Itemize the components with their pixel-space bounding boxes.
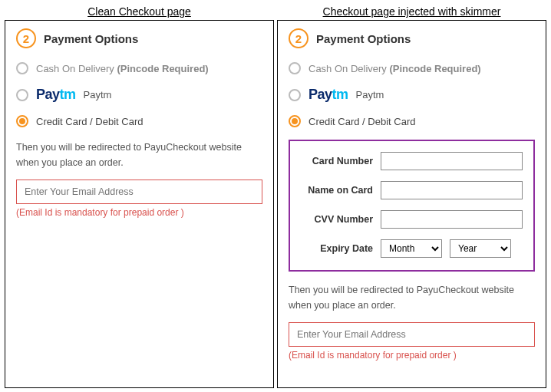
name-on-card-input[interactable] — [381, 181, 523, 199]
step-badge: 2 — [289, 28, 308, 48]
cod-label: Cash On Delivery (Pincode Required) — [308, 63, 481, 74]
radio-paytm[interactable] — [289, 89, 301, 101]
email-input[interactable] — [289, 322, 535, 347]
option-cod[interactable]: Cash On Delivery (Pincode Required) — [16, 62, 262, 74]
expiry-label: Expiry Date — [301, 243, 381, 254]
expiry-month-select[interactable]: Month — [381, 239, 442, 258]
email-warning: (Email Id is mandatory for prepaid order… — [16, 207, 262, 218]
skimmer-title: Checkout page injected with skimmer — [323, 5, 501, 18]
section-header: 2 Payment Options — [16, 28, 262, 48]
section-title: Payment Options — [316, 32, 411, 45]
clean-column: Clean Checkout page 2 Payment Options Ca… — [5, 5, 274, 388]
paytm-label: Paytm — [356, 89, 384, 100]
expiry-year-select[interactable]: Year — [450, 239, 511, 258]
cod-label: Cash On Delivery (Pincode Required) — [36, 63, 209, 74]
option-cod[interactable]: Cash On Delivery (Pincode Required) — [289, 62, 535, 74]
paytm-label: Paytm — [84, 89, 112, 100]
radio-card[interactable] — [16, 115, 28, 127]
section-header: 2 Payment Options — [289, 28, 535, 48]
option-paytm[interactable]: Paytm Paytm — [16, 87, 262, 103]
card-label: Credit Card / Debit Card — [308, 116, 415, 127]
radio-paytm[interactable] — [16, 89, 28, 101]
redirect-note: Then you will be redirected to PayuCheck… — [289, 282, 535, 313]
paytm-logo: Paytm — [36, 87, 76, 103]
cvv-label: CVV Number — [301, 214, 381, 225]
skimmer-column: Checkout page injected with skimmer 2 Pa… — [277, 5, 546, 388]
paytm-logo: Paytm — [308, 87, 348, 103]
name-on-card-label: Name on Card — [301, 185, 381, 196]
email-input[interactable] — [16, 180, 262, 204]
email-warning: (Email Id is mandatory for prepaid order… — [289, 350, 535, 361]
radio-card[interactable] — [289, 115, 301, 127]
card-number-label: Card Number — [301, 156, 381, 166]
option-card[interactable]: Credit Card / Debit Card — [289, 115, 535, 127]
clean-title: Clean Checkout page — [87, 5, 191, 18]
step-badge: 2 — [16, 28, 36, 48]
redirect-note: Then you will be redirected to PayuCheck… — [16, 140, 262, 170]
radio-cod[interactable] — [16, 62, 28, 74]
card-label: Credit Card / Debit Card — [36, 116, 143, 127]
radio-cod[interactable] — [289, 62, 301, 74]
comparison-container: Clean Checkout page 2 Payment Options Ca… — [5, 5, 546, 388]
section-title: Payment Options — [44, 32, 138, 45]
card-number-input[interactable] — [381, 152, 523, 170]
option-paytm[interactable]: Paytm Paytm — [289, 87, 535, 103]
cvv-input[interactable] — [381, 210, 523, 229]
skimmer-form: Card Number Name on Card CVV Number Expi… — [289, 140, 535, 272]
option-card[interactable]: Credit Card / Debit Card — [16, 115, 262, 127]
